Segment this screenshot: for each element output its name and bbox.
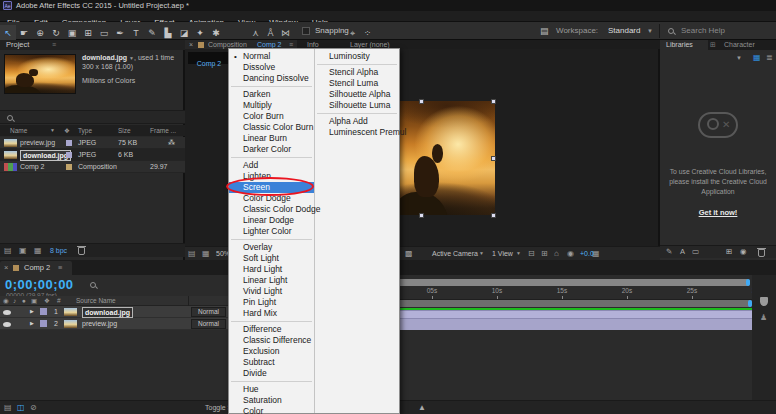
blend-mode-lighter-color[interactable]: Lighter Color (229, 226, 314, 237)
navigator-end-handle[interactable] (746, 279, 750, 286)
shape-icon[interactable]: ▭ (692, 246, 699, 258)
project-row[interactable]: Comp 2Composition29.97 (0, 161, 185, 173)
project-row[interactable]: download.jpgJPEG6 KB (0, 149, 185, 161)
graph-editor-icon[interactable]: ⊘ (30, 401, 37, 414)
text-icon[interactable]: A (680, 246, 685, 258)
blend-mode-soft-light[interactable]: Soft Light (229, 253, 314, 264)
project-row[interactable]: preview.jpgJPEG75 KB⁂ (0, 137, 185, 149)
view-chevron-down-icon[interactable]: ▼ (516, 247, 521, 260)
blend-mode-dissolve[interactable]: Dissolve (229, 62, 314, 73)
pan-behind-tool-icon[interactable]: ⊞ (80, 25, 96, 41)
mask-toggle-icon[interactable]: ⊞ (541, 247, 548, 260)
workspace-select[interactable]: Standard (608, 22, 640, 40)
close-icon[interactable]: × (189, 40, 193, 49)
camera-select[interactable]: Active Camera (432, 247, 478, 260)
blend-mode-luminosity[interactable]: Luminosity (315, 51, 399, 62)
blend-mode-normal[interactable]: Normal (229, 51, 314, 62)
visibility-eye-icon[interactable] (3, 322, 11, 327)
blend-mode-darken[interactable]: Darken (229, 89, 314, 100)
tab-project[interactable]: Project (6, 40, 29, 50)
puppet-pin-tool-icon[interactable]: ✱ (208, 25, 224, 41)
snapping-checkbox[interactable] (302, 27, 310, 35)
label-color-swatch[interactable] (66, 152, 72, 158)
layer-source-name[interactable]: download.jpg (82, 307, 133, 318)
new-folder-icon[interactable]: ▣ (19, 244, 27, 257)
label-color-swatch[interactable] (66, 164, 72, 170)
zoom-tool-icon[interactable]: ⊕ (32, 25, 48, 41)
brush-tool-icon[interactable]: ✎ (144, 25, 160, 41)
selection-handle[interactable] (491, 99, 496, 104)
blend-mode-add[interactable]: Add (229, 160, 314, 171)
sort-arrow-icon[interactable]: ▼ (50, 125, 55, 136)
expand-arrow-icon[interactable]: ▲ (418, 401, 426, 414)
add-asset-icon[interactable]: ⊞ (726, 246, 732, 258)
blend-mode-classic-color-burn[interactable]: Classic Color Burn (229, 122, 314, 133)
layer-row[interactable]: ▶2preview.jpgNormal (0, 318, 248, 330)
layer-mode-select[interactable]: Normal (191, 307, 226, 317)
column-type[interactable]: Type (78, 125, 92, 136)
blend-mode-classic-color-dodge[interactable]: Classic Color Dodge (229, 204, 314, 215)
blend-mode-vivid-light[interactable]: Vivid Light (229, 286, 314, 297)
blend-mode-exclusion[interactable]: Exclusion (229, 346, 314, 357)
list-view-icon[interactable]: ≣ (766, 52, 773, 64)
bit-depth-indicator[interactable]: 8 bpc (50, 244, 67, 257)
close-icon[interactable]: × (4, 261, 8, 275)
exposure-icon[interactable]: ◉ (567, 247, 574, 260)
current-timecode[interactable]: 0;00;00;00 (5, 277, 74, 292)
axis-local-icon[interactable]: ⋏ (248, 25, 263, 41)
blend-mode-stencil-alpha[interactable]: Stencil Alpha (315, 67, 399, 78)
blend-mode-linear-dodge[interactable]: Linear Dodge (229, 215, 314, 226)
frame-blend-icon[interactable]: ▤ (4, 401, 12, 414)
layer-source-name[interactable]: preview.jpg (82, 318, 117, 329)
trash-icon[interactable] (78, 247, 85, 255)
axis-view-icon[interactable]: ⋈ (278, 25, 293, 41)
tab-character[interactable]: Character (724, 40, 755, 50)
blend-mode-linear-burn[interactable]: Linear Burn (229, 133, 314, 144)
panel-menu-icon[interactable]: ≡ (52, 40, 56, 50)
library-select-chevron-icon[interactable]: ▼ (736, 52, 742, 64)
get-it-now-link[interactable]: Get it now! (664, 208, 772, 217)
panel-menu-icon[interactable]: ≡ (58, 261, 62, 275)
workspace-chevron-down-icon[interactable]: ▼ (647, 22, 653, 40)
title-bar[interactable]: Ae Adobe After Effects CC 2015 - Untitle… (0, 0, 776, 11)
camera-chevron-down-icon[interactable]: ▼ (479, 247, 484, 260)
layer-color-swatch[interactable] (40, 308, 47, 315)
blend-mode-silhouette-alpha[interactable]: Silhouette Alpha (315, 89, 399, 100)
blend-mode-classic-difference[interactable]: Classic Difference (229, 335, 314, 346)
grid-view-icon[interactable]: ▦ (753, 52, 761, 64)
selection-handle[interactable] (419, 99, 424, 104)
blend-mode-color-burn[interactable]: Color Burn (229, 111, 314, 122)
search-help-input[interactable]: Search Help (681, 22, 725, 40)
blend-mode-hard-mix[interactable]: Hard Mix (229, 308, 314, 319)
tab-timeline-comp[interactable]: × Comp 2 ≡ (0, 261, 72, 275)
axis-world-icon[interactable]: Å (263, 25, 278, 41)
snap-options-icon[interactable]: ⌖ (345, 25, 360, 41)
grid-guides-icon[interactable]: ⊟ (528, 247, 535, 260)
selection-handle[interactable] (419, 213, 424, 218)
blend-mode-overlay[interactable]: Overlay (229, 242, 314, 253)
clone-stamp-tool-icon[interactable]: ▙ (160, 25, 176, 41)
blend-mode-divide[interactable]: Divide (229, 368, 314, 379)
selection-handle[interactable] (491, 156, 496, 161)
blend-mode-hue[interactable]: Hue (229, 384, 314, 395)
trash-icon[interactable] (758, 249, 765, 257)
blend-mode-darker-color[interactable]: Darker Color (229, 144, 314, 155)
comp-button-icon[interactable]: ♟ (760, 313, 767, 322)
pen-icon[interactable]: ✎ (666, 246, 672, 258)
column-name[interactable]: Name (10, 125, 27, 136)
project-search-icon[interactable] (7, 115, 13, 121)
comp-marker-icon[interactable] (760, 297, 768, 306)
blend-mode-pin-light[interactable]: Pin Light (229, 297, 314, 308)
viewer-comp-tab[interactable]: Comp 2 (188, 52, 230, 64)
color-icon[interactable]: ◉ (740, 246, 747, 258)
camera-tool-icon[interactable]: ▣ (64, 25, 80, 41)
hand-tool-icon[interactable]: ☛ (16, 25, 32, 41)
project-search-row[interactable] (0, 110, 185, 124)
footage-preview-thumbnail[interactable] (4, 54, 76, 94)
magnification-icon[interactable]: ▦ (202, 247, 210, 260)
pen-tool-icon[interactable]: ✒ (112, 25, 128, 41)
timeline-search-icon[interactable] (90, 282, 96, 288)
blend-mode-linear-light[interactable]: Linear Light (229, 275, 314, 286)
expander-icon[interactable]: ▶ (30, 306, 34, 317)
interpret-footage-icon[interactable]: ▤ (4, 244, 12, 257)
